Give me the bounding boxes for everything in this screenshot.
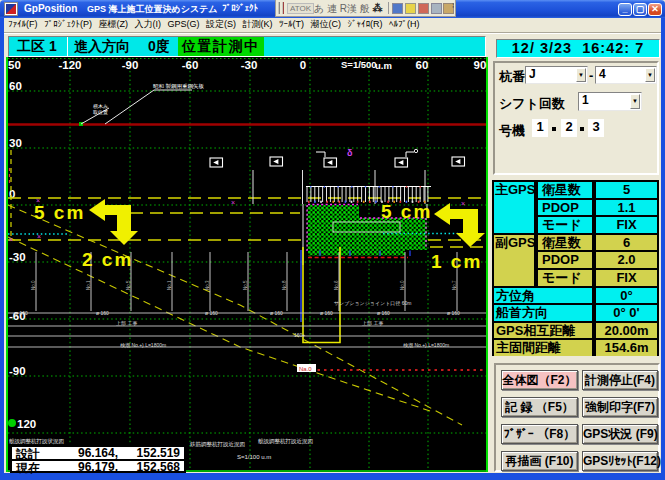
svg-text:No.6: No.6 [334, 280, 339, 290]
svg-text:-120: -120 [58, 59, 81, 71]
svg-text:No.3: No.3 [205, 280, 210, 290]
svg-text:ø 160: ø 160 [447, 310, 460, 316]
svg-text:S=1/500: S=1/500 [341, 59, 377, 70]
svg-text:ø 160: ø 160 [320, 310, 333, 316]
svg-text:-30: -30 [241, 59, 258, 71]
svg-text:No.1: No.1 [86, 280, 91, 290]
svg-text:ø 160: ø 160 [377, 310, 390, 316]
svg-text:×: × [461, 200, 465, 207]
svg-text:50: 50 [8, 59, 21, 71]
svg-text:ø 160: ø 160 [15, 310, 28, 316]
svg-text:サンプションジョイント口径 60m: サンプションジョイント口径 60m [334, 300, 411, 307]
svg-text:1 cm: 1 cm [431, 251, 482, 272]
svg-text:昭和 製鋼用重鋼矢板: 昭和 製鋼用重鋼矢板 [153, 83, 205, 90]
svg-text:般設調整杭打設状況図: 般設調整杭打設状況図 [9, 438, 64, 445]
svg-text:δ: δ [347, 148, 353, 158]
svg-text:5 cm: 5 cm [381, 201, 432, 222]
svg-text:ø 160: ø 160 [205, 310, 218, 316]
svg-text:-60: -60 [182, 59, 199, 71]
svg-text:120: 120 [17, 418, 36, 430]
svg-text:90: 90 [474, 59, 487, 71]
svg-text:2 cm: 2 cm [82, 249, 133, 270]
svg-text:般設調整杭打設近況図: 般設調整杭打設近況図 [258, 438, 313, 445]
svg-text:60: 60 [9, 80, 22, 92]
svg-text:160+: 160+ [294, 332, 305, 338]
svg-text:ø 160: ø 160 [270, 310, 283, 316]
svg-text:取位置: 取位置 [93, 109, 108, 115]
svg-text:上部 工事: 上部 工事 [116, 320, 137, 327]
svg-text:×: × [231, 199, 235, 206]
svg-text:検潮 No.+) L=1800m: 検潮 No.+) L=1800m [120, 342, 166, 349]
svg-text:鉄筋調整杭打設近況図: 鉄筋調整杭打設近況図 [190, 441, 245, 448]
svg-text:×: × [37, 233, 41, 240]
svg-text:上部 工事: 上部 工事 [362, 320, 383, 327]
svg-text:No.0: No.0 [31, 280, 36, 290]
svg-text:×: × [9, 236, 13, 243]
svg-text:No.0: No.0 [400, 280, 405, 290]
svg-text:60: 60 [416, 59, 429, 71]
svg-text:検潮 No.+) L=1800m: 検潮 No.+) L=1800m [403, 342, 449, 349]
svg-text:No.8: No.8 [282, 280, 287, 290]
svg-text:No.5: No.5 [243, 280, 248, 290]
svg-text:-30: -30 [9, 251, 26, 263]
svg-text:-90: -90 [122, 59, 139, 71]
svg-text:0: 0 [300, 59, 306, 71]
svg-text:No.1: No.1 [167, 280, 172, 290]
svg-text:ø 160: ø 160 [96, 310, 109, 316]
svg-text:5 cm: 5 cm [34, 202, 85, 223]
svg-text:S=1/100 u.m: S=1/100 u.m [237, 454, 271, 460]
svg-text:-90: -90 [9, 365, 26, 377]
svg-text:No.5: No.5 [126, 280, 131, 290]
svg-text:Na.0: Na.0 [299, 366, 312, 372]
svg-text:No.7: No.7 [452, 280, 457, 290]
svg-text:u.m: u.m [375, 60, 392, 71]
svg-text:30: 30 [9, 137, 22, 149]
